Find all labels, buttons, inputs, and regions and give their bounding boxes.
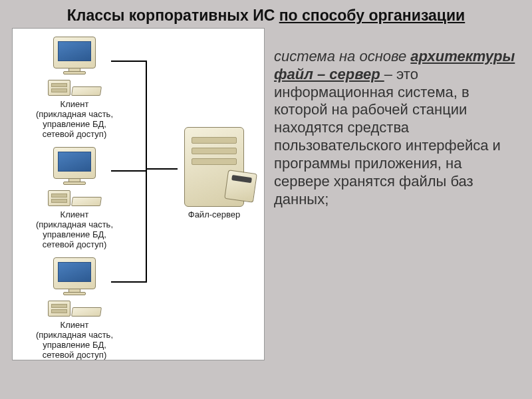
computer-icon (48, 37, 101, 96)
client-3: Клиент (прикладная часть, управление БД,… (18, 257, 131, 360)
client-title: Клиент (61, 209, 89, 219)
client-sub3: сетевой доступ) (43, 350, 106, 360)
description-text: система на основе архитектуры файл – сер… (274, 28, 520, 362)
file-server: Файл-сервер (164, 127, 264, 219)
client-3-label: Клиент (прикладная часть, управление БД,… (18, 321, 131, 360)
client-1: Клиент (прикладная часть, управление БД,… (18, 37, 131, 140)
client-sub3: сетевой доступ) (43, 129, 106, 139)
client-sub1: (прикладная часть, (36, 330, 113, 340)
desc-dash: – (384, 66, 396, 82)
client-2: Клиент (прикладная часть, управление БД,… (18, 147, 131, 250)
client-2-label: Клиент (прикладная часть, управление БД,… (18, 210, 131, 250)
disk-icon (224, 170, 257, 203)
client-sub1: (прикладная часть, (36, 219, 113, 229)
architecture-diagram: Клиент (прикладная часть, управление БД,… (12, 28, 265, 360)
desc-body: это информационная система, в которой на… (274, 66, 501, 207)
client-sub1: (прикладная часть, (36, 109, 113, 119)
computer-icon (48, 257, 101, 317)
slide-title: Классы корпоративных ИС по способу орган… (0, 0, 532, 28)
client-sub3: сетевой доступ) (43, 239, 106, 249)
client-sub2: управление БД, (43, 340, 106, 350)
title-part1: Классы корпоративных ИС (67, 7, 279, 24)
desc-intro: система на основе (274, 48, 410, 65)
client-title: Клиент (61, 99, 89, 109)
client-title: Клиент (61, 320, 89, 330)
content-row: Клиент (прикладная часть, управление БД,… (0, 28, 532, 374)
server-icon (184, 127, 244, 207)
title-underlined: по способу организации (279, 7, 466, 24)
server-label: Файл-сервер (164, 209, 264, 219)
slide: Классы корпоративных ИС по способу орган… (0, 0, 532, 399)
client-sub2: управление БД, (43, 229, 106, 239)
computer-icon (48, 147, 101, 206)
client-sub2: управление БД, (43, 119, 106, 129)
client-1-label: Клиент (прикладная часть, управление БД,… (18, 100, 131, 140)
